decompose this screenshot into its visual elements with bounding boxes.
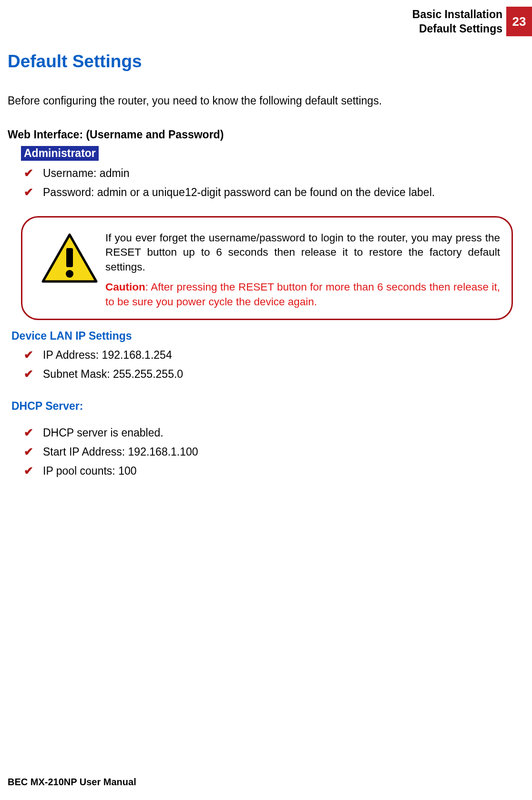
warning-icon-wrap: [34, 231, 105, 285]
lan-list: ✔ IP Address: 192.168.1.254 ✔ Subnet Mas…: [24, 348, 522, 381]
footer-text: BEC MX-210NP User Manual: [8, 777, 136, 788]
check-icon: ✔: [24, 186, 43, 199]
callout-text: If you ever forget the username/password…: [105, 231, 500, 309]
page-header: Basic Installation Default Settings 23: [0, 7, 532, 36]
section-title: Default Settings: [8, 52, 522, 72]
header-titles: Basic Installation Default Settings: [412, 7, 502, 36]
warning-callout: If you ever forget the username/password…: [21, 216, 513, 320]
list-item-text: Subnet Mask: 255.255.255.0: [43, 368, 183, 381]
page-content: Default Settings Before configuring the …: [0, 52, 532, 478]
list-item: ✔ Password: admin or a unique12-digit pa…: [24, 186, 522, 199]
list-item: ✔ Subnet Mask: 255.255.255.0: [24, 367, 522, 381]
list-item-text: Start IP Address: 192.168.1.100: [43, 446, 198, 458]
dhcp-list: ✔ DHCP server is enabled. ✔ Start IP Add…: [24, 426, 522, 478]
callout-paragraph: If you ever forget the username/password…: [105, 231, 500, 274]
list-item: ✔ Start IP Address: 192.168.1.100: [24, 445, 522, 458]
caution-text: : After pressing the RESET button for mo…: [105, 281, 500, 307]
dhcp-heading: DHCP Server:: [11, 400, 522, 413]
header-line-1: Basic Installation: [412, 8, 502, 22]
page-number: 23: [506, 7, 532, 36]
web-interface-heading: Web Interface: (Username and Password): [8, 128, 522, 141]
check-icon: ✔: [24, 445, 43, 458]
warning-icon: [41, 233, 98, 285]
list-item: ✔ DHCP server is enabled.: [24, 426, 522, 439]
list-item-text: Username: admin: [43, 167, 130, 180]
header-line-2: Default Settings: [412, 22, 502, 36]
caution-paragraph: Caution: After pressing the RESET button…: [105, 280, 500, 309]
administrator-label: Administrator: [21, 146, 99, 161]
list-item-text: Password: admin or a unique12-digit pass…: [43, 186, 435, 199]
intro-text: Before configuring the router, you need …: [8, 94, 522, 107]
web-interface-list: ✔ Username: admin ✔ Password: admin or a…: [24, 166, 522, 199]
caution-label: Caution: [105, 281, 145, 293]
check-icon: ✔: [24, 367, 43, 381]
lan-heading: Device LAN IP Settings: [11, 330, 522, 343]
list-item-text: IP Address: 192.168.1.254: [43, 349, 172, 362]
list-item-text: DHCP server is enabled.: [43, 426, 164, 439]
check-icon: ✔: [24, 348, 43, 362]
list-item: ✔ IP pool counts: 100: [24, 464, 522, 478]
svg-rect-1: [66, 248, 73, 267]
svg-point-2: [66, 270, 73, 278]
list-item: ✔ Username: admin: [24, 166, 522, 180]
check-icon: ✔: [24, 426, 43, 439]
list-item-text: IP pool counts: 100: [43, 465, 137, 478]
check-icon: ✔: [24, 166, 43, 180]
check-icon: ✔: [24, 464, 43, 478]
list-item: ✔ IP Address: 192.168.1.254: [24, 348, 522, 362]
